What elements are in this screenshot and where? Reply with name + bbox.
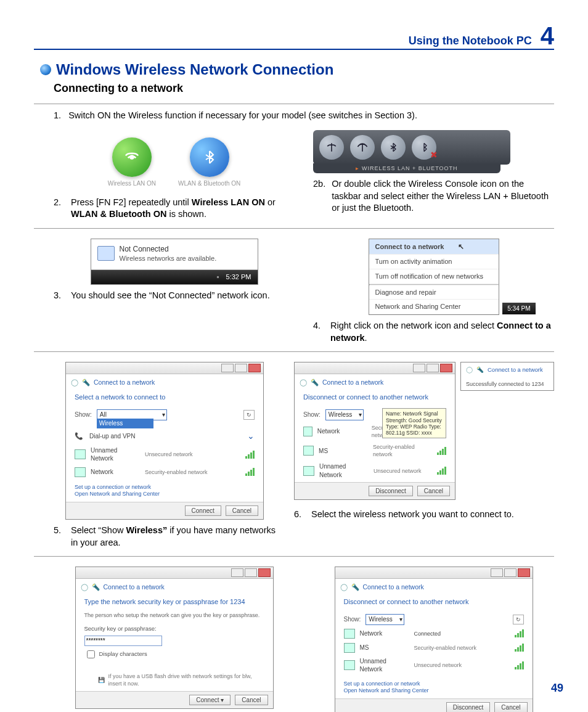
network-row[interactable]: NetworkConnected — [344, 628, 524, 640]
network-row[interactable]: Unnamed NetworkUnsecured network — [344, 656, 524, 675]
refresh-button[interactable]: ↻ — [513, 615, 524, 624]
disconnect-button[interactable]: Disconnect — [446, 702, 490, 712]
connect-button[interactable]: Connect — [185, 505, 221, 516]
dialog-link[interactable]: Open Network and Sharing Center — [344, 687, 524, 695]
password-label: Security key or passphrase: — [84, 625, 264, 633]
step-number: 1. — [54, 110, 61, 120]
tray-message: Wireless networks are available. — [120, 254, 217, 263]
success-message: Successfully connected to 1234 — [461, 378, 553, 390]
step-number: 4. — [313, 320, 324, 344]
connected-dialog-figure: ◯ 🔦 Connect to a network Disconnect or c… — [335, 567, 533, 712]
cancel-button[interactable]: Cancel — [226, 505, 258, 516]
chapter-header: Using the Notebook PC 4 — [34, 25, 554, 50]
icon-caption: Wireless LAN ON — [108, 179, 156, 188]
icon-caption: WLAN & Bluetooth ON — [178, 179, 240, 188]
dialog-link[interactable]: Set up a connection or network — [344, 681, 524, 688]
antenna-bt-icon — [319, 135, 344, 160]
step-text: Switch ON the Wireless function if neces… — [68, 110, 417, 120]
step-text: Or double click the Wireless Console ico… — [332, 178, 554, 215]
network-row[interactable]: MSSecurity-enabled network — [303, 442, 446, 459]
wireless-console-figure: ✖ ▸ WIRELESS LAN + BLUETOOTH — [313, 130, 554, 173]
console-caption: WIRELESS LAN + BLUETOOTH — [362, 165, 458, 171]
step-text: You should see the “Not Connected” netwo… — [71, 290, 295, 302]
step-text: Select “Show Wireless” if you have many … — [71, 525, 276, 549]
back-icon[interactable]: ◯ — [71, 378, 78, 387]
close-icon[interactable] — [518, 568, 530, 577]
connect-dialog-select-figure: ◯ 🔦 Connect to a network Disconnect or c… — [294, 362, 455, 500]
display-chars-checkbox[interactable] — [87, 650, 95, 658]
cancel-button[interactable]: Cancel — [235, 695, 267, 705]
page-number: 49 — [551, 682, 563, 695]
network-tooltip: Name: Network Signal Strength: Good Secu… — [382, 408, 446, 438]
globe-icon — [40, 64, 51, 75]
network-row[interactable]: Network Security-enabled network — [75, 466, 255, 478]
close-icon[interactable] — [440, 364, 452, 372]
bluetooth-icon — [381, 135, 406, 160]
step-text: Select the wireless network you want to … — [311, 509, 554, 521]
menu-item[interactable]: Turn off notification of new networks — [369, 269, 499, 284]
connect-dialog-figure: ◯ 🔦 Connect to a network Select a networ… — [65, 362, 264, 520]
dialog-link[interactable]: Set up a connection or network — [75, 484, 255, 491]
step-number: 3. — [54, 290, 65, 302]
refresh-button[interactable]: ↻ — [243, 410, 255, 420]
step-number: 2b. — [313, 178, 325, 215]
menu-item[interactable]: Diagnose and repair — [369, 285, 499, 300]
tray-time: 5:32 PM — [226, 273, 251, 280]
close-icon[interactable] — [248, 364, 261, 372]
step-number: 5. — [54, 525, 65, 549]
password-prompt: Type the network security key or passphr… — [76, 595, 273, 612]
cancel-button[interactable]: Cancel — [494, 702, 527, 712]
network-row[interactable]: MSSecurity-enabled network — [344, 642, 524, 654]
tray-status: Not Connected — [120, 244, 217, 254]
dialog-link[interactable]: Open Network and Sharing Center — [75, 491, 255, 498]
dialog-prompt: Disconnect or connect to another network — [335, 595, 533, 612]
tray-icon-small: ▫ — [217, 273, 219, 280]
connect-button[interactable]: Connect ▾ — [189, 695, 231, 705]
dialog-prompt: Select a network to connect to — [66, 390, 263, 407]
usb-icon: 💾 — [98, 676, 105, 684]
show-dropdown[interactable]: Wireless▾ — [365, 614, 404, 625]
subsection-title: Connecting to a network — [54, 82, 554, 95]
bluetooth-icon — [190, 137, 229, 177]
dialog-prompt: Disconnect or connect to another network — [295, 390, 455, 407]
tray-time: 5:34 PM — [502, 303, 535, 315]
close-icon[interactable] — [258, 568, 271, 577]
chapter-title: Using the Notebook PC — [409, 35, 532, 47]
section-title: Windows Wireless Network Connection — [56, 61, 333, 78]
wifi-icon — [112, 137, 152, 177]
cancel-button[interactable]: Cancel — [417, 486, 450, 496]
password-sub: The person who setup the network can giv… — [84, 612, 264, 619]
network-row[interactable]: Unnamed Network Unsecured network — [75, 445, 255, 464]
cursor-icon: ↖ — [458, 242, 464, 251]
step-text: Press [FN F2] repeatedly until Wireless … — [71, 197, 295, 221]
wireless-icons-figure: Wireless LAN ON WLAN & Bluetooth ON — [54, 134, 295, 192]
disconnect-button[interactable]: Disconnect — [369, 486, 412, 496]
chevron-down-icon[interactable]: ⌄ — [247, 430, 255, 442]
step-text: Right click on the network icon and sele… — [330, 320, 554, 344]
bluetooth-disabled-icon: ✖ — [412, 135, 436, 160]
step-number: 6. — [294, 509, 305, 521]
show-dropdown[interactable]: Wireless▾ — [325, 409, 364, 420]
connect-success-figure: ◯ 🔦 Connect to a network Successfully co… — [460, 362, 554, 391]
network-tray-icon — [97, 246, 115, 261]
password-dialog-figure: ◯ 🔦 Connect to a network Type the networ… — [75, 567, 274, 709]
password-input[interactable] — [84, 636, 162, 646]
menu-item[interactable]: Turn on activity animation — [369, 255, 499, 269]
chapter-number: 4 — [541, 25, 554, 47]
show-dropdown[interactable]: All ▾ Wireless — [97, 409, 167, 420]
step-number: 2. — [54, 197, 65, 221]
menu-item[interactable]: Connect to a network ↖ — [369, 239, 499, 255]
context-menu-figure: Connect to a network ↖ Turn on activity … — [369, 239, 499, 316]
menu-item[interactable]: Network and Sharing Center — [369, 300, 499, 314]
network-row[interactable]: Unnamed NetworkUnsecured network — [303, 461, 446, 480]
antenna-icon — [350, 135, 375, 160]
tray-tooltip-figure: Not Connected Wireless networks are avai… — [91, 239, 258, 285]
